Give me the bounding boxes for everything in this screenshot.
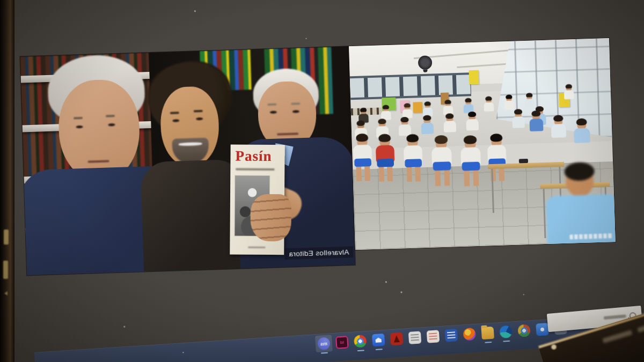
- file-explorer-icon[interactable]: [481, 327, 494, 339]
- book-title: Pasín: [235, 148, 272, 165]
- phone-on-desk: [519, 159, 528, 164]
- acrobat-icon[interactable]: [390, 333, 403, 345]
- book-caption-blurred: [248, 247, 265, 248]
- monitor-bezel-left: [0, 0, 14, 362]
- windows-back: [350, 72, 471, 100]
- teams-icon[interactable]: ms: [317, 337, 330, 350]
- indesign-icon[interactable]: Id: [335, 336, 348, 349]
- video-call-window: Pasín Alvarellos Editora: [20, 38, 616, 275]
- dust-speck: [385, 281, 387, 283]
- dust-speck: [523, 294, 524, 295]
- edge-icon[interactable]: [499, 326, 512, 338]
- book-subtitle-blurred: [236, 168, 274, 171]
- monitor-brand-text-blurred: [602, 330, 632, 343]
- video-tile-classroom: [349, 38, 616, 250]
- osd-label-blurred: [4, 230, 9, 245]
- poster-orange: [413, 102, 422, 113]
- chrome-icon[interactable]: [354, 335, 367, 348]
- word-icon[interactable]: [445, 329, 458, 342]
- photo-of-monitor: Pasín Alvarellos Editora: [0, 0, 644, 362]
- book-cover: Pasín: [230, 144, 284, 255]
- monitor-screen: Pasín Alvarellos Editora: [0, 0, 644, 362]
- dust-speck: [400, 291, 402, 293]
- osd-label-blurred: [3, 261, 8, 279]
- monitor-brand-text-blurred: [637, 323, 644, 333]
- dust-speck: [194, 10, 196, 12]
- video-caption-left: Alvarellos Editora: [284, 246, 354, 260]
- bezel-glint: [550, 344, 558, 350]
- osd-arrow: [4, 291, 8, 295]
- chrome2-icon[interactable]: [517, 324, 530, 337]
- store-icon[interactable]: [372, 334, 385, 346]
- search-placeholder-blurred: [604, 314, 626, 320]
- video-tile-authors: Pasín Alvarellos Editora: [20, 46, 355, 275]
- hand-holding-book: [250, 194, 291, 242]
- document-icon[interactable]: [408, 331, 421, 344]
- dust-speck: [306, 38, 307, 39]
- dust-speck: [123, 326, 125, 328]
- poster-yellow: [469, 70, 479, 85]
- powerpoint-icon[interactable]: [427, 330, 440, 343]
- blue-app-icon[interactable]: [536, 323, 548, 336]
- firefox-icon[interactable]: [463, 328, 476, 341]
